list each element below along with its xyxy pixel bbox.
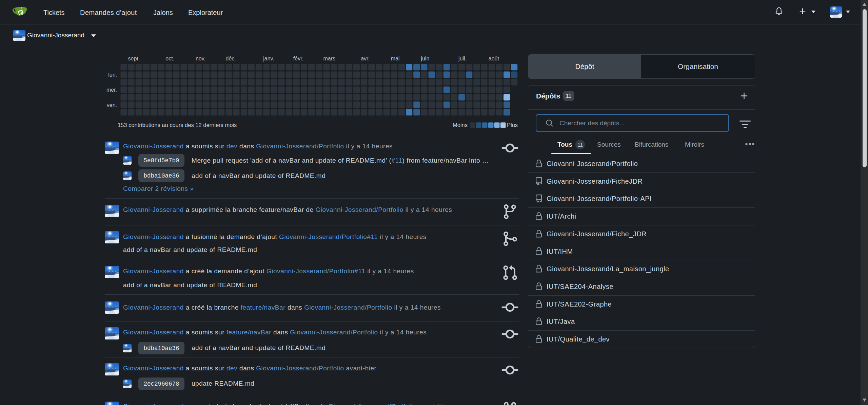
- svg-text:153 contributions au cours des: 153 contributions au cours des 12 dernie…: [118, 122, 237, 128]
- svg-text:oct.: oct.: [165, 56, 174, 61]
- svg-text:nov.: nov.: [196, 56, 205, 61]
- svg-text:mai: mai: [391, 56, 400, 61]
- svg-text:Plus: Plus: [507, 122, 518, 128]
- svg-text:ven.: ven.: [107, 102, 117, 108]
- svg-text:mer.: mer.: [106, 87, 117, 93]
- svg-text:déc.: déc.: [226, 56, 236, 61]
- svg-text:Moins: Moins: [453, 122, 468, 128]
- svg-text:févr.: févr.: [293, 56, 303, 61]
- svg-text:lun.: lun.: [108, 72, 117, 78]
- svg-text:avr.: avr.: [361, 56, 370, 61]
- svg-text:août: août: [489, 56, 499, 61]
- svg-text:mars: mars: [323, 56, 335, 61]
- svg-text:juin: juin: [420, 56, 429, 61]
- svg-text:juil.: juil.: [458, 56, 467, 61]
- svg-text:janv.: janv.: [263, 56, 274, 61]
- svg-text:sept.: sept.: [128, 56, 140, 61]
